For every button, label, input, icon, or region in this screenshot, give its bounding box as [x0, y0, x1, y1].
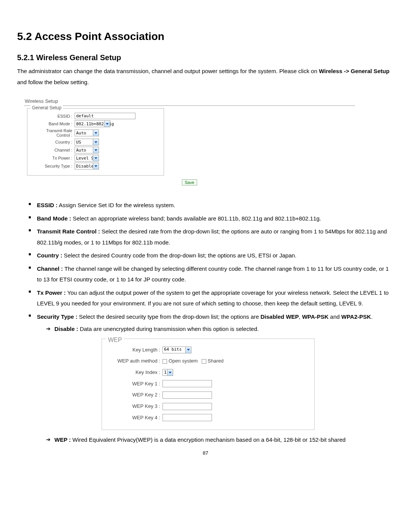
- wep-legend: WEP: [106, 334, 124, 346]
- channel-label: Channel :: [32, 148, 75, 152]
- wireless-setup-panel: Wireless Setup General Setup ESSID : Ban…: [24, 98, 355, 185]
- disable-desc: Data are unencrypted during transmission…: [78, 326, 259, 332]
- chevron-down-icon: [104, 121, 110, 127]
- intro-part1: The administrator can change the data tr…: [17, 68, 319, 74]
- subsection-heading: 5.2.1 Wireless General Setup: [17, 53, 394, 62]
- general-setup-legend: General Setup: [30, 105, 63, 110]
- list-item: Band Mode : Select an appropriate wirele…: [29, 213, 394, 224]
- sec-desc2: ,: [299, 313, 302, 320]
- chevron-down-icon: [93, 139, 99, 145]
- security-type-select[interactable]: Disabled: [75, 163, 99, 169]
- sec-desc4: .: [371, 313, 373, 320]
- list-item: Country : Select the desired Country cod…: [29, 250, 394, 261]
- sec-term: Security Type :: [37, 313, 77, 320]
- open-system-checkbox[interactable]: [162, 359, 167, 364]
- wep-key1-input[interactable]: [162, 380, 212, 387]
- wep-key2-input[interactable]: [162, 391, 212, 399]
- wep-key1-label: WEP Key 1 :: [107, 379, 162, 389]
- key-length-select[interactable]: 64 bits: [162, 347, 191, 353]
- key-index-value: 1: [164, 369, 167, 377]
- divider: [24, 105, 355, 106]
- list-item: Tx Power : You can adjust the output pow…: [29, 288, 394, 309]
- open-system-label: Open system: [169, 356, 198, 366]
- wireless-setup-title: Wireless Setup: [25, 98, 355, 104]
- tx-power-select[interactable]: Level 9: [75, 155, 99, 161]
- wep-key4-input[interactable]: [162, 414, 212, 421]
- transmit-rate-label: Transmit Rate Control :: [32, 128, 75, 137]
- section-heading: 5.2 Access Point Association: [17, 30, 394, 43]
- list-item: Transmit Rate Control : Select the desir…: [29, 226, 394, 248]
- chevron-down-icon: [93, 130, 99, 136]
- chevron-down-icon: [167, 369, 173, 375]
- wep-panel: WEP Key Length : 64 bits WEP auth method…: [102, 339, 315, 430]
- band-desc: Select an appropriate wireless band; ban…: [71, 215, 321, 222]
- chevron-down-icon: [185, 347, 191, 353]
- essid-desc: Assign Service Set ID for the wireless s…: [57, 202, 175, 208]
- channel-value: Auto: [76, 148, 86, 153]
- essid-label: ESSID :: [32, 114, 75, 118]
- band-mode-label: Band Mode :: [32, 121, 75, 126]
- rate-term: Transmit Rate Control :: [37, 228, 100, 235]
- channel-select[interactable]: Auto: [75, 147, 99, 153]
- tx-desc: You can adjust the output power of the s…: [37, 289, 389, 307]
- band-mode-select[interactable]: 802.11b+802.11g: [75, 120, 110, 127]
- list-item: Disable : Data are unencrypted during tr…: [46, 324, 394, 335]
- sec-bold3: WPA2-PSK: [341, 313, 371, 320]
- tx-power-value: Level 9: [76, 156, 94, 161]
- transmit-rate-value: Auto: [76, 131, 86, 136]
- wep-key4-label: WEP Key 4 :: [107, 413, 162, 423]
- key-index-label: Key Index :: [107, 368, 162, 377]
- wep-key2-label: WEP Key 2 :: [107, 390, 162, 400]
- wep-fieldset: WEP Key Length : 64 bits WEP auth method…: [102, 339, 315, 430]
- sub-list: WEP : Wired Equivalent Privacy(WEP) is a…: [37, 435, 394, 446]
- key-length-value: 64 bits: [164, 346, 182, 354]
- general-setup-fieldset: General Setup ESSID : Band Mode : 802.11…: [27, 108, 164, 176]
- country-desc: Select the desired Country code from the…: [62, 252, 296, 259]
- tx-term: Tx Power :: [37, 289, 66, 296]
- key-index-select[interactable]: 1: [162, 369, 173, 376]
- chevron-down-icon: [93, 163, 99, 169]
- key-length-label: Key Length :: [107, 345, 162, 355]
- wep-term: WEP :: [54, 436, 71, 443]
- wep-auth-label: WEP auth method :: [107, 356, 162, 366]
- wep-key3-label: WEP Key 3 :: [107, 402, 162, 411]
- tx-power-label: Tx Power :: [32, 156, 75, 160]
- save-button[interactable]: Save: [182, 179, 197, 185]
- shared-checkbox[interactable]: [202, 359, 206, 364]
- page-number: 87: [17, 450, 394, 456]
- country-select[interactable]: US: [75, 139, 99, 145]
- list-item: Channel : The channel range will be chan…: [29, 264, 394, 285]
- intro-part2: and follow the below setting.: [17, 79, 89, 85]
- wep-desc: Wired Equivalent Privacy(WEP) is a data …: [71, 436, 346, 443]
- transmit-rate-select[interactable]: Auto: [75, 129, 99, 136]
- country-value: US: [76, 140, 81, 145]
- chevron-down-icon: [93, 155, 99, 161]
- intro-text: The administrator can change the data tr…: [17, 66, 394, 88]
- chevron-down-icon: [93, 147, 99, 153]
- sec-desc1: Select the desired security type from th…: [77, 313, 260, 320]
- list-item: Security Type : Select the desired secur…: [29, 312, 394, 446]
- channel-desc: The channel range will be changed by sel…: [37, 265, 389, 283]
- list-item: WEP : Wired Equivalent Privacy(WEP) is a…: [46, 435, 394, 446]
- channel-term: Channel :: [37, 265, 63, 272]
- wep-key3-input[interactable]: [162, 403, 212, 410]
- band-term: Band Mode :: [37, 215, 71, 222]
- sec-desc3: and: [328, 313, 341, 320]
- essid-term: ESSID :: [37, 202, 57, 208]
- sub-list: Disable : Data are unencrypted during tr…: [37, 324, 394, 335]
- sec-bold1: Disabled WEP: [261, 313, 299, 320]
- country-label: Country :: [32, 140, 75, 144]
- country-term: Country :: [37, 252, 62, 259]
- disable-term: Disable :: [54, 326, 78, 332]
- shared-label: Shared: [208, 356, 224, 366]
- security-type-label: Security Type :: [32, 164, 75, 168]
- description-list: ESSID : Assign Service Set ID for the wi…: [17, 200, 394, 446]
- list-item: ESSID : Assign Service Set ID for the wi…: [29, 200, 394, 211]
- essid-input[interactable]: [75, 113, 135, 119]
- intro-bold: Wireless -> General Setup: [319, 68, 389, 74]
- sec-bold2: WPA-PSK: [302, 313, 329, 320]
